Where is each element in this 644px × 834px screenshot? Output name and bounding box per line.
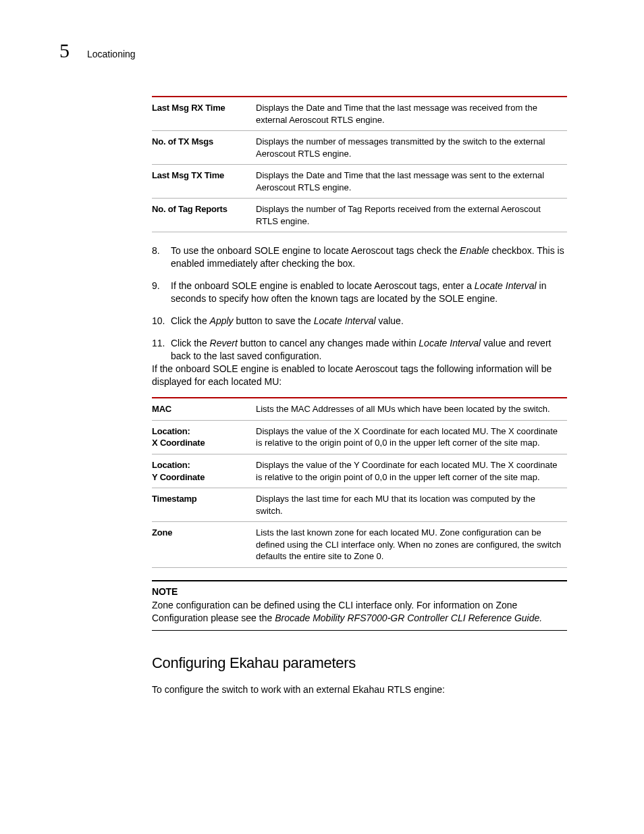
step-item: 11. Click the Revert button to cancel an…	[152, 337, 567, 363]
page: 5 Locationing Last Msg RX Time Displays …	[0, 0, 644, 834]
subsection-heading: Configuring Ekahau parameters	[152, 654, 567, 673]
table-row: No. of Tag Reports Displays the number o…	[152, 199, 567, 232]
table-row: Last Msg RX Time Displays the Date and T…	[152, 97, 567, 131]
table-row: MAC Lists the MAC Addresses of all MUs w…	[152, 398, 567, 420]
step-text: Click the	[171, 338, 210, 348]
step-text: Click the	[171, 315, 210, 326]
note-label: NOTE	[152, 585, 567, 598]
step-text: value.	[376, 315, 404, 326]
step-text: button to cancel any changes made within	[238, 338, 419, 348]
term-cell: Last Msg RX Time	[152, 97, 256, 131]
term-cell: Timestamp	[152, 488, 256, 522]
table-row: Location: X Coordinate Displays the valu…	[152, 420, 567, 454]
note-block: NOTE Zone configuration can be defined u…	[152, 580, 567, 631]
term-cell: No. of Tag Reports	[152, 199, 256, 232]
step-number: 8.	[152, 244, 160, 257]
section-title: Locationing	[87, 48, 136, 60]
desc-cell: Displays the value of the Y Coordinate f…	[256, 454, 567, 488]
step-em: Locate Interval	[475, 280, 537, 291]
definition-table-1: Last Msg RX Time Displays the Date and T…	[152, 96, 567, 232]
step-item: 9. If the onboard SOLE engine is enabled…	[152, 280, 567, 305]
numbered-steps: 8. To use the onboard SOLE engine to loc…	[152, 244, 567, 362]
step-em: Enable	[460, 245, 489, 256]
table-row: Timestamp Displays the last time for eac…	[152, 488, 567, 522]
step-text: button to save the	[234, 315, 314, 326]
step-text: To use the onboard SOLE engine to locate…	[171, 245, 460, 256]
step-number: 11.	[152, 337, 165, 350]
step-em: Apply	[210, 315, 234, 326]
desc-cell: Displays the value of the X Coordinate f…	[256, 420, 567, 454]
desc-cell: Displays the Date and Time that the last…	[256, 165, 567, 199]
page-header: 5 Locationing	[59, 37, 567, 63]
step-item: 10. Click the Apply button to save the L…	[152, 315, 567, 328]
desc-cell: Displays the Date and Time that the last…	[256, 97, 567, 131]
note-text: Zone configuration can be defined using …	[152, 599, 567, 625]
step-em: Revert	[210, 338, 238, 348]
table-row: Last Msg TX Time Displays the Date and T…	[152, 165, 567, 199]
note-text-em: Brocade Mobility RFS7000-GR Controller C…	[275, 613, 542, 623]
term-cell: MAC	[152, 398, 256, 420]
table-row: Location: Y Coordinate Displays the valu…	[152, 454, 567, 488]
step-number: 9.	[152, 280, 160, 292]
step-em: Locate Interval	[419, 338, 481, 348]
table-row: Zone Lists the last known zone for each …	[152, 522, 567, 568]
content-block-2: If the onboard SOLE engine is enabled to…	[152, 363, 567, 697]
desc-cell: Lists the MAC Addresses of all MUs which…	[256, 398, 567, 420]
subsection-intro: To configure the switch to work with an …	[152, 683, 567, 696]
term-cell: Location: Y Coordinate	[152, 454, 256, 488]
desc-cell: Displays the number of Tag Reports recei…	[256, 199, 567, 232]
term-cell: Location: X Coordinate	[152, 420, 256, 454]
term-cell: Zone	[152, 522, 256, 568]
step-text: If the onboard SOLE engine is enabled to…	[171, 280, 475, 291]
table-row: No. of TX Msgs Displays the number of me…	[152, 131, 567, 165]
term-cell: Last Msg TX Time	[152, 165, 256, 199]
intro-paragraph-2: If the onboard SOLE engine is enabled to…	[152, 363, 567, 388]
chapter-number: 5	[59, 37, 70, 63]
term-cell: No. of TX Msgs	[152, 131, 256, 165]
definition-table-2: MAC Lists the MAC Addresses of all MUs w…	[152, 397, 567, 567]
desc-cell: Lists the last known zone for each locat…	[256, 522, 567, 568]
desc-cell: Displays the number of messages transmit…	[256, 131, 567, 165]
step-number: 10.	[152, 315, 165, 328]
step-em: Locate Interval	[314, 315, 376, 326]
step-item: 8. To use the onboard SOLE engine to loc…	[152, 244, 567, 270]
main-content: Last Msg RX Time Displays the Date and T…	[152, 96, 567, 363]
desc-cell: Displays the last time for each MU that …	[256, 488, 567, 522]
